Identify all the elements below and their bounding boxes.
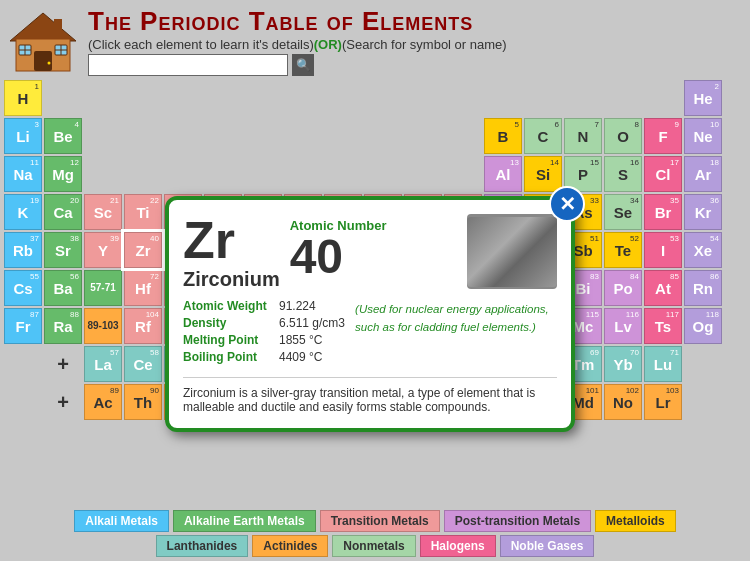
element-rn[interactable]: 86Rn xyxy=(684,270,722,306)
element-rf[interactable]: 104Rf xyxy=(124,308,162,344)
element-no[interactable]: 102No xyxy=(604,384,642,420)
search-button[interactable]: 🔍 xyxy=(292,54,314,76)
subtitle-right: (Search for symbol or name) xyxy=(342,37,507,52)
element-name: Zirconium xyxy=(183,268,280,291)
element-og[interactable]: 118Og xyxy=(684,308,722,344)
element-xe[interactable]: 54Xe xyxy=(684,232,722,268)
element-ne[interactable]: 10Ne xyxy=(684,118,722,154)
header: The Periodic Table of Elements (Click ea… xyxy=(0,0,750,78)
element-ar[interactable]: 18Ar xyxy=(684,156,722,192)
element-yb[interactable]: 70Yb xyxy=(604,346,642,382)
element-at[interactable]: 85At xyxy=(644,270,682,306)
element-mg[interactable]: 12Mg xyxy=(44,156,82,192)
element-he[interactable]: 2He xyxy=(684,80,722,116)
element-c[interactable]: 6C xyxy=(524,118,562,154)
legend-halogens[interactable]: Halogens xyxy=(420,535,496,557)
element-rb[interactable]: 37Rb xyxy=(4,232,42,268)
element-fr[interactable]: 87Fr xyxy=(4,308,42,344)
search-row: 🔍 xyxy=(88,54,742,76)
element-br[interactable]: 35Br xyxy=(644,194,682,230)
element-s[interactable]: 16S xyxy=(604,156,642,192)
element-se[interactable]: 34Se xyxy=(604,194,642,230)
element-use: (Used for nuclear energy applications, s… xyxy=(355,303,549,333)
element-y[interactable]: 39Y xyxy=(84,232,122,268)
popup-use: (Used for nuclear energy applications, s… xyxy=(355,299,557,367)
periodic-table: 1H2He3Li4Be5B6C7N8O9F10Ne11Na12Mg13Al14S… xyxy=(0,78,750,422)
actinide-placeholder: 89-103 xyxy=(84,308,122,344)
melting-value: 1855 °C xyxy=(279,333,323,347)
boiling-label: Boiling Point xyxy=(183,350,273,364)
legend-alkali-metals[interactable]: Alkali Metals xyxy=(74,510,169,532)
element-ti[interactable]: 22Ti xyxy=(124,194,162,230)
element-ra[interactable]: 88Ra xyxy=(44,308,82,344)
element-be[interactable]: 4Be xyxy=(44,118,82,154)
element-ts[interactable]: 117Ts xyxy=(644,308,682,344)
melting-row: Melting Point 1855 °C xyxy=(183,333,345,347)
legend-noble-gases[interactable]: Noble Gases xyxy=(500,535,595,557)
melting-label: Melting Point xyxy=(183,333,273,347)
legend-alkaline-earth-metals[interactable]: Alkaline Earth Metals xyxy=(173,510,316,532)
element-kr[interactable]: 36Kr xyxy=(684,194,722,230)
element-hf[interactable]: 72Hf xyxy=(124,270,162,306)
atomic-weight-value: 91.224 xyxy=(279,299,316,313)
element-symbol: Zr xyxy=(183,214,280,266)
element-na[interactable]: 11Na xyxy=(4,156,42,192)
home-icon[interactable] xyxy=(8,9,78,74)
boiling-row: Boiling Point 4409 °C xyxy=(183,350,345,364)
element-photo xyxy=(467,217,557,287)
lanthanide-placeholder: 57-71 xyxy=(84,270,122,306)
element-popup: ✕ Zr Zirconium Atomic Number 40 Atomic W… xyxy=(165,196,575,432)
subtitle-left: (Click each element to learn it's detail… xyxy=(88,37,314,52)
plus-actinide: + xyxy=(44,384,82,420)
element-zr[interactable]: 40Zr xyxy=(124,232,162,268)
legend-metalloids[interactable]: Metalloids xyxy=(595,510,676,532)
legend-row-2: LanthanidesActinidesNonmetalsHalogensNob… xyxy=(4,535,746,557)
element-f[interactable]: 9F xyxy=(644,118,682,154)
element-lr[interactable]: 103Lr xyxy=(644,384,682,420)
element-po[interactable]: 84Po xyxy=(604,270,642,306)
element-ba[interactable]: 56Ba xyxy=(44,270,82,306)
element-sc[interactable]: 21Sc xyxy=(84,194,122,230)
legend-row-1: Alkali MetalsAlkaline Earth MetalsTransi… xyxy=(4,510,746,532)
legend-nonmetals[interactable]: Nonmetals xyxy=(332,535,415,557)
element-si[interactable]: 14Si xyxy=(524,156,562,192)
density-row: Density 6.511 g/cm3 xyxy=(183,316,345,330)
popup-center: Atomic Number 40 xyxy=(290,214,457,281)
header-text: The Periodic Table of Elements (Click ea… xyxy=(88,6,742,76)
element-la[interactable]: 57La xyxy=(84,346,122,382)
element-image xyxy=(467,214,557,289)
atomic-weight-row: Atomic Weight 91.224 xyxy=(183,299,345,313)
element-te[interactable]: 52Te xyxy=(604,232,642,268)
element-al[interactable]: 13Al xyxy=(484,156,522,192)
element-cl[interactable]: 17Cl xyxy=(644,156,682,192)
popup-props-labels: Atomic Weight 91.224 Density 6.511 g/cm3… xyxy=(183,299,345,367)
legend-actinides[interactable]: Actinides xyxy=(252,535,328,557)
element-li[interactable]: 3Li xyxy=(4,118,42,154)
legend-lanthanides[interactable]: Lanthanides xyxy=(156,535,249,557)
element-sr[interactable]: 38Sr xyxy=(44,232,82,268)
plus-lanthanide: + xyxy=(44,346,82,382)
element-o[interactable]: 8O xyxy=(604,118,642,154)
svg-rect-1 xyxy=(54,19,62,35)
element-ac[interactable]: 89Ac xyxy=(84,384,122,420)
legend-post-transition-metals[interactable]: Post-transition Metals xyxy=(444,510,591,532)
density-label: Density xyxy=(183,316,273,330)
legend-transition-metals[interactable]: Transition Metals xyxy=(320,510,440,532)
atomic-number-value: 40 xyxy=(290,233,457,281)
subtitle-or: (OR) xyxy=(314,37,342,52)
element-n[interactable]: 7N xyxy=(564,118,602,154)
element-th[interactable]: 90Th xyxy=(124,384,162,420)
element-ca[interactable]: 20Ca xyxy=(44,194,82,230)
density-value: 6.511 g/cm3 xyxy=(279,316,345,330)
element-b[interactable]: 5B xyxy=(484,118,522,154)
popup-left: Zr Zirconium xyxy=(183,214,280,291)
element-description: Zirconium is a silver-gray transition me… xyxy=(183,377,557,414)
element-lu[interactable]: 71Lu xyxy=(644,346,682,382)
element-ce[interactable]: 58Ce xyxy=(124,346,162,382)
search-input[interactable] xyxy=(88,54,288,76)
element-k[interactable]: 19K xyxy=(4,194,42,230)
element-lv[interactable]: 116Lv xyxy=(604,308,642,344)
element-i[interactable]: 53I xyxy=(644,232,682,268)
element-h[interactable]: 1H xyxy=(4,80,42,116)
element-cs[interactable]: 55Cs xyxy=(4,270,42,306)
